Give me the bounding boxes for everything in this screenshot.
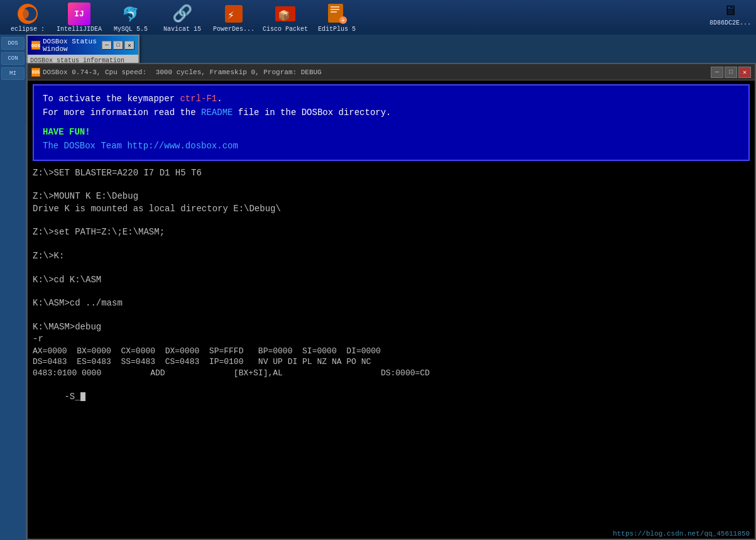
dosbox-main-icon: DOS bbox=[31, 68, 40, 77]
taskbar-icon-navicat[interactable]: 🔗 Navicat 15 bbox=[160, 2, 205, 33]
dosbox-status-icon: DOS bbox=[31, 41, 40, 50]
dosbox-status-close-btn[interactable]: ✕ bbox=[124, 41, 134, 50]
cisco-label: Cisco Packet bbox=[263, 26, 308, 33]
term-blank-8 bbox=[33, 263, 750, 274]
dosbox-main-window[interactable]: DOS DOSBox 0.74-3, Cpu speed: 3000 cycle… bbox=[26, 63, 756, 540]
svg-text:⚡: ⚡ bbox=[227, 9, 234, 22]
term-line-7: Z:\>K: bbox=[33, 250, 750, 263]
editplus-icon: + bbox=[325, 2, 349, 26]
svg-rect-9 bbox=[331, 6, 339, 8]
term-line-5: Z:\>set PATH=Z:\;E:\MASM; bbox=[33, 226, 750, 239]
dosbox-main-titlebar: DOS DOSBox 0.74-3, Cpu speed: 3000 cycle… bbox=[28, 64, 755, 80]
dosbox-status-max-btn[interactable]: □ bbox=[113, 41, 123, 50]
intellij-icon: IJ bbox=[67, 2, 91, 26]
taskbar-icon-eclipse[interactable]: eclipse : bbox=[5, 2, 50, 33]
eclipse-label: eclipse : bbox=[5, 26, 50, 33]
taskbar-icon-intellij[interactable]: IJ IntelliJIDEA bbox=[57, 2, 102, 33]
editplus-label: EditPlus 5 bbox=[314, 26, 359, 33]
svg-text:📦: 📦 bbox=[278, 9, 290, 22]
cisco-icon: 📦 bbox=[273, 2, 297, 26]
dosbox-main-close-btn[interactable]: ✕ bbox=[738, 67, 751, 78]
info-blank bbox=[43, 120, 740, 125]
info-line1: To activate the keymapper ctrl-F1. bbox=[43, 92, 740, 106]
term-line-11: K:\ASM>cd ../masm bbox=[33, 297, 750, 310]
status-url: https://blog.csdn.net/qq_45611850 bbox=[608, 529, 755, 539]
term-blank-12 bbox=[33, 310, 750, 321]
term-blank-4 bbox=[33, 215, 750, 226]
term-blank-1 bbox=[33, 179, 750, 190]
dosbox-status-title-text: DOSBox Status Window bbox=[43, 38, 102, 53]
powerdes-label: PowerDes... bbox=[211, 26, 256, 33]
dosbox-main-min-btn[interactable]: — bbox=[711, 67, 723, 78]
dosbox-main-title-left: DOS DOSBox 0.74-3, Cpu speed: 3000 cycle… bbox=[31, 68, 322, 77]
info-team-line: The DOSBox Team http://www.dosbox.com bbox=[43, 139, 740, 153]
taskbar-right-icon[interactable]: 🖥 8D86DC2E... bbox=[709, 3, 751, 26]
dosbox-status-min-btn[interactable]: — bbox=[102, 41, 112, 50]
term-line-13: K:\MASM>debug bbox=[33, 321, 750, 334]
term-line-9: K:\>cd K:\ASM bbox=[33, 274, 750, 287]
svg-rect-10 bbox=[331, 9, 339, 10]
taskbar-icon-mysql[interactable]: 🐬 MySQL 5.5 bbox=[108, 2, 153, 33]
mysql-icon: 🐬 bbox=[119, 2, 143, 26]
taskbar-icon-powerdes[interactable]: ⚡ PowerDes... bbox=[211, 2, 256, 33]
navicat-icon: 🔗 bbox=[170, 2, 194, 26]
dosbox-main-max-btn[interactable]: □ bbox=[725, 67, 737, 78]
left-panel: DOS CON MI bbox=[0, 35, 26, 540]
taskbar-icon-editplus[interactable]: + EditPlus 5 bbox=[314, 2, 359, 33]
term-reg-2: 0483:0100 0000 ADD [BX+SI],AL DS:0000=CD bbox=[33, 368, 750, 379]
svg-text:+: + bbox=[341, 18, 345, 25]
left-panel-dos: DOS bbox=[1, 37, 25, 50]
term-line-3: Drive K is mounted as local directory E:… bbox=[33, 203, 750, 216]
taskbar: eclipse : IJ IntelliJIDEA 🐬 MySQL 5.5 🔗 … bbox=[0, 0, 756, 35]
info-line2: For more information read the README fil… bbox=[43, 106, 740, 119]
term-line-2: Z:\>MOUNT K E:\Debug bbox=[33, 190, 750, 203]
dosbox-main-title-text: DOSBox 0.74-3, Cpu speed: 3000 cycles, F… bbox=[43, 69, 322, 76]
dosbox-status-title-left: DOS DOSBox Status Window bbox=[31, 38, 102, 53]
navicat-label: Navicat 15 bbox=[160, 26, 205, 33]
info-have-fun: HAVE FUN! bbox=[43, 125, 740, 139]
mysql-label: MySQL 5.5 bbox=[108, 26, 153, 33]
term-reg-0: AX=0000 BX=0000 CX=0000 DX=0000 SP=FFFD … bbox=[33, 346, 750, 357]
term-blank-10 bbox=[33, 286, 750, 297]
svg-rect-11 bbox=[331, 11, 337, 13]
term-reg-1: DS=0483 ES=0483 SS=0483 CS=0483 IP=0100 … bbox=[33, 356, 750, 368]
term-blank-6 bbox=[33, 239, 750, 250]
term-line-0: Z:\>SET BLASTER=A220 I7 D1 H5 T6 bbox=[33, 167, 750, 180]
term-line-14: -r bbox=[33, 333, 750, 346]
intellij-label: IntelliJIDEA bbox=[57, 26, 102, 33]
taskbar-icon-cisco[interactable]: 📦 Cisco Packet bbox=[263, 2, 308, 33]
terminal-content[interactable]: To activate the keymapper ctrl-F1. For m… bbox=[28, 80, 755, 539]
powerdes-icon: ⚡ bbox=[222, 2, 246, 26]
left-panel-con: CON bbox=[1, 52, 25, 65]
dosbox-status-titlebar: DOS DOSBox Status Window — □ ✕ bbox=[28, 36, 138, 55]
term-line-last: -S_ bbox=[33, 379, 750, 416]
svg-text:🐬: 🐬 bbox=[122, 6, 140, 23]
left-panel-mi: MI bbox=[1, 67, 25, 80]
right-icon-label: 8D86DC2E... bbox=[709, 19, 751, 26]
dosbox-status-controls: — □ ✕ bbox=[102, 41, 134, 50]
info-box: To activate the keymapper ctrl-F1. For m… bbox=[33, 84, 750, 161]
eclipse-icon bbox=[16, 2, 40, 26]
dosbox-main-controls: — □ ✕ bbox=[711, 67, 751, 78]
terminal-cursor bbox=[80, 392, 85, 401]
svg-point-2 bbox=[19, 9, 29, 19]
right-icon-img: 🖥 bbox=[723, 3, 737, 19]
